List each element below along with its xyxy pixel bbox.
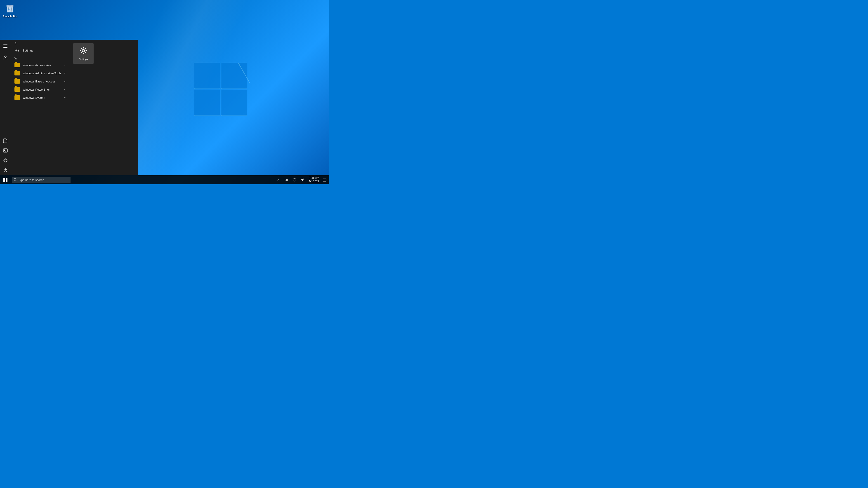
windows-system-label: Windows System (23, 96, 64, 99)
settings-tile-icon (79, 46, 88, 57)
svg-rect-25 (286, 180, 286, 181)
svg-rect-18 (3, 178, 5, 180)
start-button[interactable] (0, 175, 11, 184)
svg-rect-10 (9, 5, 11, 6)
chevron-ease: ▼ (64, 80, 66, 83)
search-icon (13, 178, 17, 182)
svg-rect-2 (194, 90, 220, 116)
taskbar-right: 7:28 AM 4/4/2022 (274, 175, 329, 184)
svg-rect-27 (287, 179, 288, 181)
user-icon (3, 55, 8, 60)
chevron-up-icon (277, 179, 279, 181)
hamburger-line-2 (3, 46, 7, 46)
photos-icon (3, 149, 8, 153)
windows-ease-of-access-item[interactable]: Windows Ease of Access ▼ (11, 77, 70, 86)
settings-nav-icon (3, 158, 8, 163)
folder-icon-admin (14, 71, 20, 75)
nav-user-button[interactable] (0, 53, 11, 62)
taskbar: 7:28 AM 4/4/2022 (0, 175, 329, 184)
svg-rect-31 (323, 178, 326, 182)
svg-point-14 (4, 150, 5, 151)
windows-logo (191, 60, 250, 119)
power-icon (3, 168, 8, 173)
document-icon (3, 138, 7, 143)
settings-tile[interactable]: Settings (73, 43, 94, 64)
language-button[interactable] (290, 175, 299, 184)
volume-button[interactable] (299, 175, 307, 184)
recycle-bin-label: Recycle Bin (3, 15, 17, 18)
windows-accessories-item[interactable]: Windows Accessories ▼ (11, 61, 70, 69)
svg-rect-1 (221, 63, 247, 89)
volume-icon (301, 178, 305, 182)
start-nav (0, 40, 11, 175)
svg-rect-0 (194, 63, 220, 89)
windows-admin-tools-label: Windows Administrative Tools (23, 72, 64, 75)
section-w: W (11, 55, 70, 61)
notification-button[interactable] (321, 175, 328, 184)
svg-rect-20 (3, 180, 5, 182)
hamburger-line-1 (3, 44, 7, 45)
svg-rect-26 (286, 180, 287, 181)
search-bar[interactable] (12, 177, 70, 183)
windows-admin-tools-item[interactable]: Windows Administrative Tools ▼ (11, 69, 70, 77)
settings-app-item[interactable]: Settings (11, 46, 70, 55)
folder-icon-ease (14, 79, 20, 84)
chevron-system: ▼ (64, 96, 66, 99)
search-input[interactable] (18, 178, 69, 182)
chevron-admin: ▼ (64, 72, 66, 74)
notification-icon (323, 178, 327, 182)
start-menu: S Settings W Windows Accessories ▼ Windo… (0, 40, 138, 175)
section-s: S (11, 40, 70, 46)
nav-photos-button[interactable] (0, 145, 11, 156)
windows-powershell-item[interactable]: Windows PowerShell ▼ (11, 86, 70, 94)
svg-point-15 (5, 160, 6, 161)
system-tray-expand[interactable] (274, 175, 282, 184)
app-list: S Settings W Windows Accessories ▼ Windo… (11, 40, 70, 175)
settings-label: Settings (23, 49, 33, 52)
svg-rect-19 (6, 178, 7, 180)
svg-point-12 (4, 56, 6, 58)
windows-system-item[interactable]: Windows System ▼ (11, 94, 70, 102)
recycle-bin-icon: ♻ (4, 3, 16, 14)
tiles-area: Settings (70, 40, 138, 175)
folder-icon-system (14, 95, 20, 100)
network-icon (285, 178, 288, 182)
clock[interactable]: 7:28 AM 4/4/2022 (307, 175, 321, 184)
globe-icon (293, 178, 296, 182)
clock-date: 4/4/2022 (309, 180, 319, 184)
svg-point-17 (82, 50, 85, 52)
svg-rect-13 (3, 149, 7, 152)
settings-tile-label: Settings (79, 58, 88, 61)
network-button[interactable] (282, 175, 290, 184)
windows-powershell-label: Windows PowerShell (23, 88, 64, 91)
svg-text:♻: ♻ (8, 8, 10, 11)
windows-accessories-label: Windows Accessories (23, 64, 64, 67)
svg-rect-3 (221, 90, 247, 116)
svg-point-16 (17, 50, 18, 51)
chevron-accessories: ▼ (64, 64, 66, 66)
recycle-bin[interactable]: ♻ Recycle Bin (2, 2, 18, 19)
nav-document-button[interactable] (0, 135, 11, 145)
folder-icon-ps (14, 87, 20, 92)
windows-start-icon (3, 178, 7, 182)
folder-icon-accessories (14, 63, 20, 67)
nav-power-button[interactable] (0, 165, 11, 175)
hamburger-button[interactable] (0, 41, 11, 51)
nav-settings-button[interactable] (0, 156, 11, 165)
chevron-ps: ▼ (64, 88, 66, 91)
svg-line-23 (16, 180, 17, 181)
settings-gear-icon (14, 48, 20, 53)
windows-ease-label: Windows Ease of Access (23, 80, 64, 83)
svg-rect-21 (6, 180, 7, 182)
svg-rect-24 (285, 180, 285, 181)
hamburger-line-3 (3, 47, 7, 48)
clock-time: 7:28 AM (309, 176, 319, 180)
